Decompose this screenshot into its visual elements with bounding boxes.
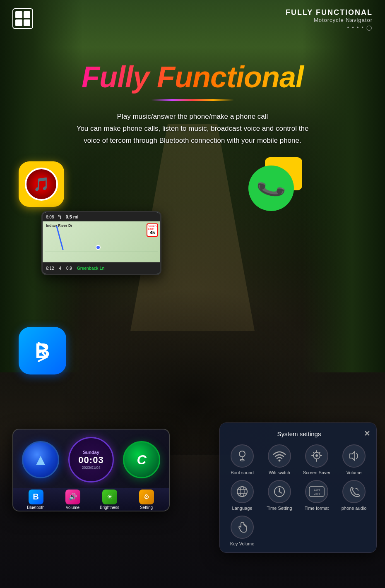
volume-app-button[interactable]: 🔊 Volume [58,490,87,510]
svg-point-1 [239,451,245,457]
svg-text:24H: 24H [314,492,320,496]
clock-day: Sunday [83,450,99,455]
time-format-icon: 12H 24H [305,480,328,503]
desc-line1: Play music/answer the phone/make a phone… [21,111,364,123]
screen-saver-svg [310,450,323,462]
nav-time: 6:08 [46,215,54,219]
main-heading: Fully Functional [0,60,385,94]
wifi-svg [273,450,286,462]
boot-sound-svg [236,450,248,462]
settings-item-wifi[interactable]: Wifi switch [263,444,296,475]
phone-call-icon: 📞 [255,172,288,204]
logo [12,8,33,29]
time-setting-label: Time Setting [267,506,292,511]
settings-item-key-volume[interactable]: Key Volume [226,516,258,546]
hero-description: Play music/answer the phone/make a phone… [21,111,364,147]
key-volume-label: Key Volume [230,541,255,546]
settings-item-boot-sound[interactable]: Boot sound [226,444,258,475]
setting-icon-symbol: ⚙ [144,493,149,501]
bluetooth-icon-symbol: B [33,492,38,502]
svg-point-4 [279,460,281,462]
language-icon [231,480,254,503]
setting-label: Setting [140,505,153,510]
phone-app-icon: 📞 [248,157,302,211]
header-dots: • • • • ◯ [286,25,373,31]
svg-line-11 [313,452,314,453]
settings-grid: Boot sound Wifi switch [226,444,370,546]
boot-sound-label: Boot sound [231,470,254,475]
nav-app-icon-symbol: ▲ [33,451,48,468]
speed-limit-value: 45 [150,230,155,235]
time-setting-icon [268,480,291,503]
time-format-svg: 12H 24H [308,485,325,498]
nav-eta-miles: 0.9 [66,266,72,271]
phone-audio-icon [342,480,366,503]
svg-point-21 [279,491,280,492]
boot-sound-icon [231,444,254,468]
settings-title: System settings [234,430,364,437]
device-screen: ▲ Sunday 00:03 2023/01/04 C B [12,429,170,511]
volume-settings-icon [342,444,366,468]
volume-small-icon: 🔊 [65,490,80,504]
nav-destination: Greenback Ln [77,266,105,271]
time-setting-svg [273,485,286,498]
nav-top-bar: 6:08 ↰ 0.5 mi [43,212,160,221]
settings-item-language[interactable]: Language [226,480,258,511]
device-main-row: ▲ Sunday 00:03 2023/01/04 C [13,430,169,488]
svg-point-15 [240,487,244,497]
map-grid-2 [45,256,158,256]
nav-distance: 0.5 mi [65,214,78,219]
speed-limit-label: SPEEDLIMIT [148,225,156,230]
brightness-label: Brightness [100,505,119,510]
header: FULLY FUNCTIONAL Motorcycle Navigator • … [286,8,373,31]
device-inner: ▲ Sunday 00:03 2023/01/04 C B [13,430,169,511]
nav-turn-icon: ↰ [57,214,62,220]
bluetooth-small-icon: B [29,490,43,504]
brightness-icon-symbol: ☀ [107,493,113,501]
settings-header: System settings ✕ [226,429,370,438]
settings-item-screen-saver[interactable]: Screen Saver [301,444,333,475]
language-svg [236,485,249,498]
phone-audio-label: phone audio [342,506,367,511]
key-volume-svg [236,521,249,534]
hero-title: Fully Functional [0,60,385,94]
volume-svg [347,450,361,462]
language-label: Language [232,506,253,511]
settings-item-phone-audio[interactable]: phone audio [338,480,370,511]
logo-cell-4 [24,19,31,26]
settings-panel: System settings ✕ Boot sound [219,422,377,553]
nav-street-name: Indian River Dr [46,223,72,228]
screen-saver-icon [305,444,328,468]
bluetooth-app-button[interactable]: B Bluetooth [22,490,51,510]
svg-line-7 [319,452,320,453]
speed-limit-sign: SPEEDLIMIT 45 [147,223,158,237]
brightness-small-icon: ☀ [102,490,117,504]
svg-text:12H: 12H [314,488,320,492]
settings-item-time-setting[interactable]: Time Setting [263,480,296,511]
time-format-label: Time format [305,506,329,511]
bluetooth-svg-icon [32,338,53,363]
settings-item-time-format[interactable]: 12H 24H Time format [301,480,333,511]
phone-audio-svg [347,485,361,498]
settings-close-button[interactable]: ✕ [364,429,370,438]
volume-settings-label: Volume [346,470,362,475]
carplay-app-button[interactable]: C [123,441,160,478]
bottom-app-bar: B Bluetooth 🔊 Volume ☀ Brightness [13,488,169,511]
setting-small-icon: ⚙ [139,490,154,504]
map-grid-3 [45,252,158,252]
music-inner-circle: 🎵 [25,168,58,201]
nav-app-button[interactable]: ▲ [22,441,59,478]
nav-eta-min: 4 [59,266,61,271]
settings-item-volume[interactable]: Volume [338,444,370,475]
setting-app-button[interactable]: ⚙ Setting [132,490,161,510]
carplay-icon-symbol: C [137,452,146,468]
wifi-switch-label: Wifi switch [269,470,290,475]
volume-icon-symbol: 🔊 [69,493,77,501]
nav-map-area: Indian River Dr SPEEDLIMIT 45 [43,221,160,262]
brightness-app-button[interactable]: ☀ Brightness [95,490,124,510]
nav-eta-time: 6:12 [46,266,54,271]
screen-saver-label: Screen Saver [303,470,331,475]
logo-cell-1 [15,11,22,18]
phone-circle: 📞 [248,166,294,211]
music-app-icon: 🎵 [19,161,64,207]
